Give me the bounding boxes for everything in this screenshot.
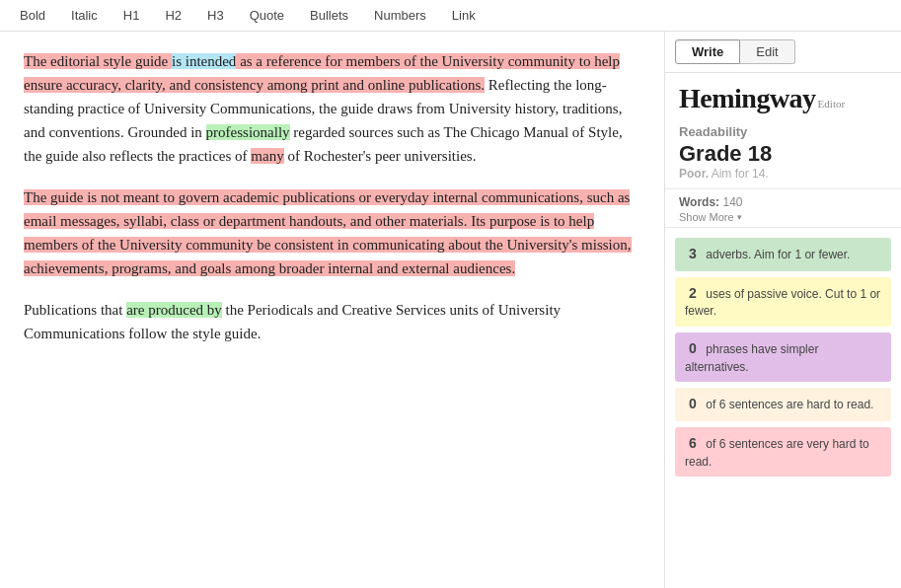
readability-section: Readability Grade 18 Poor. Aim for 14.	[665, 118, 901, 189]
highlight-red: The editorial style guide is intended as…	[24, 53, 620, 93]
toolbar: Bold Italic H1 H2 H3 Quote Bullets Numbe…	[0, 0, 901, 32]
words-label: Words:	[679, 195, 719, 209]
write-edit-bar: Write Edit	[665, 32, 901, 73]
bold-button[interactable]: Bold	[16, 6, 49, 25]
very-hard-count: 6	[685, 434, 701, 454]
brand-name: Hemingway	[679, 83, 816, 113]
brand-logo: HemingwayEditor	[665, 73, 901, 118]
write-button[interactable]: Write	[675, 39, 740, 64]
chevron-down-icon: ▾	[737, 212, 742, 222]
h3-button[interactable]: H3	[203, 6, 228, 25]
stats-section: Words: 140 Show More ▾	[665, 189, 901, 228]
edit-button[interactable]: Edit	[740, 39, 794, 64]
show-more-link[interactable]: Show More ▾	[679, 211, 887, 223]
highlight-red-2: The guide is not meant to govern academi…	[24, 189, 632, 276]
main-layout: The editorial style guide is intended as…	[0, 32, 901, 588]
paragraph-3: Publications that are produced by the Pe…	[24, 298, 640, 345]
h1-button[interactable]: H1	[119, 6, 144, 25]
editor-area[interactable]: The editorial style guide is intended as…	[0, 32, 664, 588]
simpler-text: phrases have simpler alternatives.	[685, 342, 818, 374]
paragraph-1: The editorial style guide is intended as…	[24, 49, 640, 168]
sidebar: Write Edit HemingwayEditor Readability G…	[664, 32, 901, 588]
simpler-count: 0	[685, 339, 701, 359]
paragraph-2: The guide is not meant to govern academi…	[24, 185, 640, 280]
metric-simpler: 0 phrases have simpler alternatives.	[675, 332, 891, 382]
numbers-button[interactable]: Numbers	[370, 6, 430, 25]
metrics-section: 3 adverbs. Aim for 1 or fewer. 2 uses of…	[665, 228, 901, 486]
metric-passive: 2 uses of passive voice. Cut to 1 or few…	[675, 277, 891, 327]
h2-button[interactable]: H2	[161, 6, 186, 25]
grade-desc: Poor. Aim for 14.	[679, 167, 887, 181]
words-count-val: 140	[722, 195, 742, 209]
adverbs-count: 3	[685, 245, 701, 264]
words-stat: Words: 140	[679, 195, 887, 209]
passive-text: uses of passive voice. Cut to 1 or fewer…	[685, 287, 880, 319]
link-button[interactable]: Link	[448, 6, 480, 25]
bullets-button[interactable]: Bullets	[306, 6, 352, 25]
adverbs-text: adverbs. Aim for 1 or fewer.	[706, 248, 850, 261]
brand-sub: Editor	[818, 98, 846, 110]
metric-adverbs: 3 adverbs. Aim for 1 or fewer.	[675, 238, 891, 271]
readability-label: Readability	[679, 124, 887, 139]
italic-button[interactable]: Italic	[67, 6, 102, 25]
passive-count: 2	[685, 284, 701, 304]
grade-value: Grade 18	[679, 141, 887, 167]
show-more-label: Show More	[679, 211, 734, 223]
metric-very-hard: 6 of 6 sentences are very hard to read.	[675, 427, 891, 477]
metric-hard: 0 of 6 sentences are hard to read.	[675, 388, 891, 421]
grade-aim: Aim for 14.	[709, 167, 769, 181]
very-hard-text: of 6 sentences are very hard to read.	[685, 437, 869, 469]
grade-poor: Poor.	[679, 167, 709, 181]
hard-count: 0	[685, 395, 701, 414]
quote-button[interactable]: Quote	[246, 6, 288, 25]
hard-text: of 6 sentences are hard to read.	[706, 398, 873, 411]
